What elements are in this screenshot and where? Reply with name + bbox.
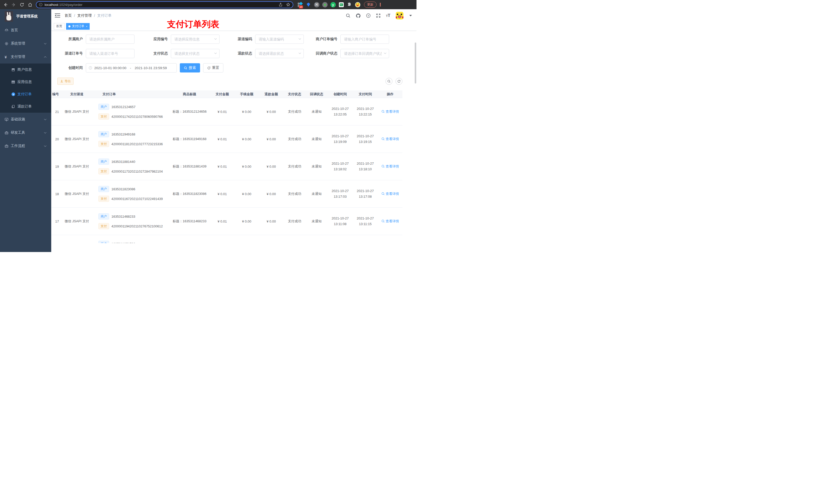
sidebar-item-dev-tools[interactable]: 研发工具 xyxy=(0,126,51,139)
extension-dice-icon[interactable]: 10 xyxy=(298,2,303,7)
sidebar-item-home[interactable]: 首页 xyxy=(0,24,51,37)
github-icon[interactable] xyxy=(356,13,361,18)
extension-gem-icon[interactable] xyxy=(306,2,311,7)
refund-status-select[interactable] xyxy=(255,49,304,58)
extension-command-icon[interactable]: ⌘ xyxy=(314,2,319,7)
home-icon[interactable] xyxy=(27,1,33,8)
monitor-icon xyxy=(5,118,11,121)
sidebar-item-pay-order[interactable]: ¥ 支付订单 xyxy=(0,88,51,100)
search-button[interactable]: 搜索 xyxy=(180,63,200,72)
bookmark-star-icon[interactable] xyxy=(286,3,290,7)
sidebar-item-infra[interactable]: 基础设施 xyxy=(0,113,51,126)
sidebar: 芋道管理系统 首页 系统管理 ¥ 支付管理 xyxy=(0,9,51,252)
chevron-up-icon xyxy=(44,56,47,58)
help-icon[interactable]: ? xyxy=(366,13,371,18)
extension-chat-icon[interactable] xyxy=(338,2,344,7)
gear-icon xyxy=(5,42,11,46)
channel-pay-no: 4200001174202110278060590766 xyxy=(112,115,163,119)
pay-tag: 支付 xyxy=(98,114,109,120)
notify-status-select[interactable] xyxy=(340,49,389,58)
refresh-table-button[interactable] xyxy=(396,78,402,85)
view-detail-link[interactable]: 查看详情 xyxy=(381,110,399,114)
pay-status-select[interactable] xyxy=(171,49,219,58)
view-detail-link[interactable]: 查看详情 xyxy=(381,137,399,141)
avatar[interactable] xyxy=(396,12,403,20)
briefcase-icon xyxy=(5,144,11,148)
view-detail-link[interactable]: 查看详情 xyxy=(381,164,399,169)
export-button[interactable]: 导出 xyxy=(57,78,73,85)
font-size-icon[interactable]: TT xyxy=(386,13,390,18)
table-row: 17 微信 JSAPI 支付 商户 1635311468233 支付 42000… xyxy=(51,208,402,235)
yen-icon: ¥ xyxy=(5,55,11,59)
sidebar-item-pay[interactable]: ¥ 支付管理 xyxy=(0,50,51,64)
search-icon[interactable] xyxy=(346,13,351,18)
channel-order-no-input[interactable] xyxy=(86,49,135,58)
toggle-search-button[interactable] xyxy=(385,78,392,85)
merchant-order-no-input[interactable] xyxy=(340,34,389,44)
channel-code-select[interactable] xyxy=(255,34,304,44)
dashboard-icon xyxy=(5,28,11,32)
chevron-down-icon xyxy=(299,52,301,54)
avatar-caret-icon[interactable] xyxy=(409,15,412,16)
fullscreen-icon[interactable] xyxy=(376,13,381,18)
channel-pay-no: 4200001194202110276752100612 xyxy=(112,224,163,228)
address-bar[interactable]: localhost:1024/pay/order xyxy=(36,1,293,8)
extensions-puzzle-icon[interactable] xyxy=(347,2,352,7)
sidebar-item-refund-order[interactable]: 退款订单 xyxy=(0,100,51,113)
reset-button[interactable]: 重置 xyxy=(203,63,223,72)
create-time-range-picker[interactable]: 2021-10-01 00:00:00 - 2021-10-31 23:59:5… xyxy=(86,63,177,72)
url-text: localhost:1024/pay/order xyxy=(45,3,82,7)
scrollbar[interactable] xyxy=(415,43,416,83)
view-magnifier-icon xyxy=(381,219,385,223)
sidebar-submenu-pay: 商户信息 应用信息 ¥ 支付订单 退款订单 xyxy=(0,64,51,113)
app-select[interactable] xyxy=(171,34,219,44)
chevron-down-icon xyxy=(44,119,47,120)
extension-y-icon[interactable]: y xyxy=(330,2,336,7)
channel-pay-no: 4200001167202110271022491439 xyxy=(112,197,163,201)
sidebar-item-app-info[interactable]: 应用信息 xyxy=(0,76,51,88)
sidebar-item-system[interactable]: 系统管理 xyxy=(0,37,51,50)
view-detail-link[interactable]: 查看详情 xyxy=(381,192,399,196)
close-icon[interactable]: × xyxy=(86,25,87,28)
site-info-icon[interactable] xyxy=(39,3,43,6)
browser-update-button[interactable]: 更新 xyxy=(364,2,377,8)
merchant-order-no: 1635311949168 xyxy=(112,133,135,136)
shop-icon xyxy=(11,68,18,72)
sidebar-item-merchant-info[interactable]: 商户信息 xyxy=(0,64,51,76)
pay-tag: 支付 xyxy=(98,141,109,147)
sidebar-collapse-icon[interactable] xyxy=(55,13,61,18)
pay-tag: 支付 xyxy=(98,223,109,229)
merchant-tag: 商户 xyxy=(98,131,109,137)
forward-icon[interactable] xyxy=(10,1,17,8)
browser-menu-icon[interactable]: ••• xyxy=(380,3,381,7)
profile-avatar-icon[interactable] xyxy=(355,2,360,7)
view-magnifier-icon xyxy=(381,165,385,168)
app-logo: 芋道管理系统 xyxy=(0,9,51,24)
share-icon[interactable] xyxy=(279,3,283,7)
yen-circle-icon: ¥ xyxy=(11,92,18,96)
chevron-down-icon xyxy=(44,43,47,45)
view-detail-link[interactable]: 查看详情 xyxy=(381,219,399,223)
chevron-down-icon xyxy=(299,38,301,40)
browser-toolbar: localhost:1024/pay/order 10 ⌘ y 更新 ••• xyxy=(0,0,416,9)
tab-home[interactable]: 首页 xyxy=(54,23,65,30)
merchant-select[interactable] xyxy=(86,34,135,44)
merchant-order-no: 1635311823086 xyxy=(112,187,135,191)
breadcrumb-pay-mgmt[interactable]: 支付管理 xyxy=(77,13,92,18)
merchant-tag: 商户 xyxy=(98,241,109,243)
merchant-tag: 商户 xyxy=(98,213,109,219)
app-title: 芋道管理系统 xyxy=(16,14,38,19)
merchant-tag: 商户 xyxy=(98,186,109,192)
pay-tag: 支付 xyxy=(98,196,109,202)
extension-record-icon[interactable] xyxy=(322,2,328,7)
merchant-order-no: 1635311468233 xyxy=(112,215,135,218)
back-icon[interactable] xyxy=(2,1,9,8)
chevron-down-icon xyxy=(384,52,386,54)
reload-icon[interactable] xyxy=(19,1,25,8)
extension-badge: 10 xyxy=(299,5,303,8)
tab-pay-order[interactable]: 支付订单 × xyxy=(66,23,90,30)
table-header: 编号 支付渠道 支付订单 商品标题 支付金额 手续金额 退款金额 支付状态 回调… xyxy=(51,90,402,98)
breadcrumb-home[interactable]: 首页 xyxy=(65,13,72,18)
breadcrumb-pay-order: 支付订单 xyxy=(97,13,112,18)
sidebar-item-workflow[interactable]: 工作流程 xyxy=(0,139,51,153)
